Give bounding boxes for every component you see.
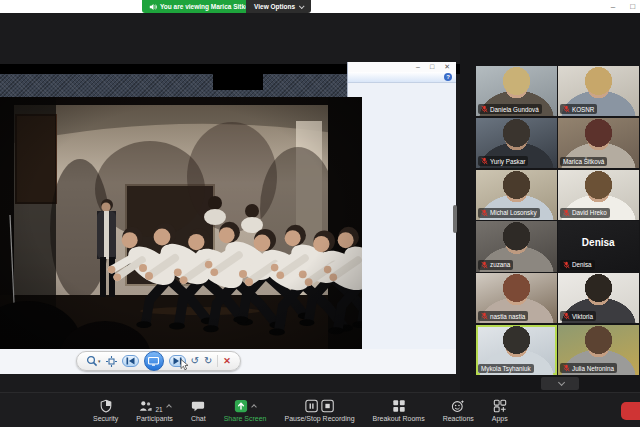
stage-performance-image <box>0 97 362 349</box>
pause-stop-recording-button[interactable]: Pause/Stop Recording <box>275 393 363 427</box>
delete-button[interactable]: ✕ <box>223 356 231 366</box>
toolbar-label: Breakout Rooms <box>373 415 425 422</box>
meeting-toolbar: Security 21 Participants Chat <box>0 392 640 427</box>
participant-tile-yuriy[interactable]: Yuriy Paskar <box>476 118 557 168</box>
photo-viewer-titlebar: – □ ✕ <box>348 62 456 72</box>
minimize-button[interactable]: – <box>611 0 615 13</box>
participant-tile-daniela[interactable]: Daniela Gundová <box>476 66 557 116</box>
participant-name-label: Marica Šitková <box>560 157 607 166</box>
muted-mic-icon <box>481 261 488 269</box>
muted-mic-icon <box>563 209 570 217</box>
rotate-right-button[interactable]: ↻ <box>204 356 212 366</box>
share-screen-icon <box>234 399 248 413</box>
pause-recording-icon <box>305 399 319 413</box>
rotate-left-button[interactable]: ↺ <box>191 356 199 366</box>
chat-bubble-icon <box>191 399 205 413</box>
security-button[interactable]: Security <box>84 393 127 427</box>
participant-name: Viktoria <box>572 313 593 320</box>
speaker-icon <box>149 3 157 11</box>
shared-screen-view[interactable]: – □ ✕ ? <box>0 13 460 392</box>
participant-name-label: zuzana <box>478 260 513 270</box>
participant-name-label: Michal Losonsky <box>478 208 540 218</box>
muted-mic-icon <box>563 364 570 372</box>
muted-mic-icon <box>481 312 488 320</box>
muted-mic-icon <box>481 209 488 217</box>
participant-tile-denisa[interactable]: Denisa Denisa <box>558 221 639 271</box>
shield-icon <box>99 399 113 413</box>
collapse-participants-button[interactable] <box>541 377 579 390</box>
pv-restore-button[interactable]: □ <box>430 62 434 72</box>
muted-mic-icon <box>481 157 488 165</box>
participant-name-label: David Hreko <box>560 208 610 218</box>
sidebar-resize-handle[interactable] <box>453 205 457 233</box>
participant-tile-kosnr[interactable]: KOSNR <box>558 66 639 116</box>
toolbar-label: Chat <box>191 415 206 422</box>
chevron-up-icon[interactable] <box>166 404 172 410</box>
pv-minimize-button[interactable]: – <box>416 62 420 72</box>
apps-icon <box>493 399 507 413</box>
participant-name-label: Viktoria <box>560 311 596 321</box>
participant-name: KOSNR <box>572 106 594 113</box>
magnifier-icon <box>86 355 98 367</box>
reactions-button[interactable]: Reactions <box>434 393 483 427</box>
participants-grid: Daniela Gundová KOSNR Yuriy Paskar Maric… <box>476 66 639 375</box>
window-controls: – □ <box>611 0 635 13</box>
end-meeting-button[interactable] <box>621 402 640 420</box>
shared-window-title-band <box>0 74 347 97</box>
toolbar-label: Reactions <box>443 415 474 422</box>
chevron-up-icon[interactable] <box>251 404 257 410</box>
muted-mic-icon <box>481 105 488 113</box>
muted-mic-icon <box>563 105 570 113</box>
next-button[interactable] <box>169 355 186 367</box>
breakout-rooms-icon <box>392 399 406 413</box>
redaction-box <box>213 74 263 90</box>
view-options-button[interactable]: View Options <box>246 0 311 13</box>
participant-name-label: KOSNR <box>560 104 597 114</box>
apps-button[interactable]: Apps <box>483 393 517 427</box>
participant-name: Michal Losonsky <box>490 209 537 216</box>
pv-close-button[interactable]: ✕ <box>444 62 450 72</box>
participant-name-label: Yuriy Paskar <box>478 156 528 166</box>
toolbar-label: Apps <box>492 415 508 422</box>
actual-size-button[interactable] <box>106 356 117 367</box>
participant-name: nastia nastia <box>490 313 525 320</box>
zoom-button[interactable]: ▾ <box>86 355 101 367</box>
participant-tile-nastia[interactable]: nastia nastia <box>476 273 557 323</box>
participant-tile-marica[interactable]: Marica Šitková <box>558 118 639 168</box>
participant-tile-julia[interactable]: Julia Netronina <box>558 325 639 375</box>
help-icon[interactable]: ? <box>444 73 452 81</box>
zoom-app-window: You are viewing Marica Sitková's screen … <box>0 0 640 427</box>
participant-name: Marica Šitková <box>563 158 604 165</box>
reactions-emoji-icon <box>451 399 465 413</box>
participant-tile-viktoria[interactable]: Viktoria <box>558 273 639 323</box>
participant-tile-david[interactable]: David Hreko <box>558 170 639 220</box>
participant-tile-zuzana[interactable]: zuzana <box>476 221 557 271</box>
slideshow-icon <box>148 357 159 366</box>
previous-icon <box>126 357 135 365</box>
muted-mic-icon <box>563 312 570 320</box>
muted-mic-icon <box>563 261 570 269</box>
share-screen-button[interactable]: Share Screen <box>215 393 276 427</box>
stop-recording-icon <box>321 399 335 413</box>
fit-to-window-icon <box>106 356 117 367</box>
participant-tile-michal[interactable]: Michal Losonsky <box>476 170 557 220</box>
chat-button[interactable]: Chat <box>182 393 215 427</box>
maximize-button[interactable]: □ <box>630 0 635 13</box>
participant-name: Mykola Tsyhaniuk <box>481 365 531 372</box>
photo-viewer-controls: ▾ <box>76 351 241 371</box>
participant-tile-mykola[interactable]: Mykola Tsyhaniuk <box>476 325 557 375</box>
participant-name: Julia Netronina <box>572 365 614 372</box>
previous-button[interactable] <box>122 355 139 367</box>
toolbar-label: Participants <box>136 415 173 422</box>
participant-name: Daniela Gundová <box>490 106 539 113</box>
participants-button[interactable]: 21 Participants <box>127 393 182 427</box>
participants-count-badge: 21 <box>155 406 162 413</box>
shared-photo-dancers <box>0 97 362 349</box>
breakout-rooms-button[interactable]: Breakout Rooms <box>364 393 434 427</box>
participant-name: Yuriy Paskar <box>490 158 525 165</box>
participant-name-label: Daniela Gundová <box>478 104 542 114</box>
slideshow-button[interactable] <box>144 351 164 371</box>
participants-icon <box>138 399 153 413</box>
photo-viewer-window: – □ ✕ ? <box>347 62 456 373</box>
toolbar-label: Share Screen <box>224 415 267 422</box>
